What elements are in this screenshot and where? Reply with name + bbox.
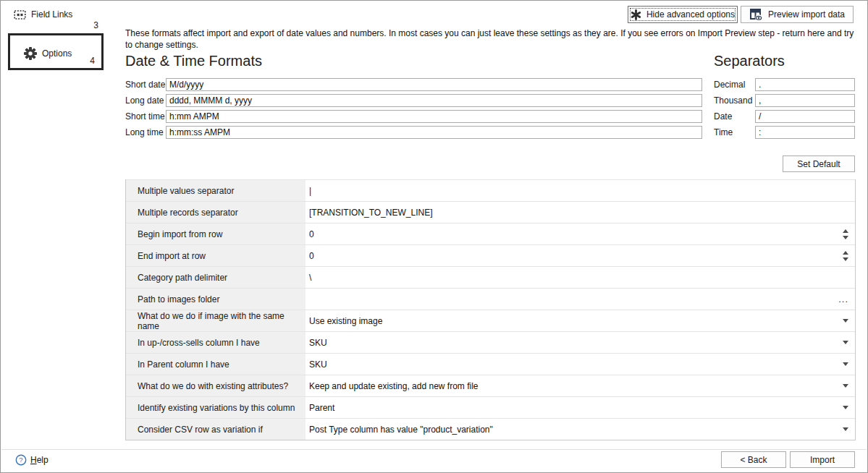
datetime-field-row: Long time <box>125 126 702 139</box>
option-value-text: SKU <box>309 359 327 370</box>
separators-heading: Separators <box>714 53 785 69</box>
option-value[interactable]: Post Type column has value "product_vari… <box>306 419 855 440</box>
datetime-fields-group: Short dateLong dateShort timeLong time <box>125 78 702 142</box>
dropdown-control <box>843 406 855 409</box>
separator-field-input[interactable] <box>755 110 855 123</box>
option-value-text: 0 <box>309 229 314 239</box>
option-value-text: Parent <box>309 403 334 413</box>
separator-field-input[interactable] <box>755 94 855 107</box>
option-label: Multiple records separator <box>126 202 306 223</box>
separator-field-label: Time <box>714 127 752 137</box>
separator-field-row: Time <box>714 126 855 139</box>
datetime-field-input[interactable] <box>166 110 702 123</box>
option-label: What do we do with existing attributes? <box>126 375 306 396</box>
datetime-field-row: Short date <box>125 78 702 91</box>
chevron-down-icon[interactable] <box>843 341 848 344</box>
advanced-options-table: Multiple values separator|Multiple recor… <box>125 179 856 440</box>
datetime-field-input[interactable] <box>166 94 702 107</box>
datetime-field-input[interactable] <box>166 78 702 91</box>
help-question-icon: ? <box>15 454 27 466</box>
back-button[interactable]: < Back <box>721 451 786 468</box>
option-label: In Parent column I have <box>126 354 306 375</box>
browse-control: ... <box>838 297 855 302</box>
option-label: Consider CSV row as variation if <box>126 419 306 440</box>
field-links-label: Field Links <box>31 9 72 20</box>
import-wizard-window: Field Links 3 Options 4 Hide advanced op… <box>0 0 868 473</box>
dropdown-control <box>843 319 855 323</box>
option-label: Path to images folder <box>126 289 306 310</box>
separator-field-row: Thousand <box>714 94 855 107</box>
option-row: Identify existing variations by this col… <box>126 396 855 418</box>
option-value[interactable]: \ <box>306 267 855 288</box>
option-label: Multiple values separator <box>126 180 306 201</box>
datetime-field-label: Short date <box>125 80 162 90</box>
asterisk-icon <box>631 9 641 20</box>
option-row: Multiple records separator[TRANSITION_TO… <box>126 201 855 223</box>
datetime-field-row: Short time <box>125 110 702 123</box>
spinner-up-icon[interactable] <box>843 251 848 255</box>
dropdown-control <box>843 427 855 431</box>
option-value[interactable]: ... <box>306 289 855 310</box>
preview-import-data-label: Preview import data <box>768 9 845 20</box>
chevron-down-icon[interactable] <box>843 406 848 409</box>
option-row: Multiple values separator| <box>126 179 855 201</box>
separator-field-label: Decimal <box>714 80 752 90</box>
hide-advanced-options-button[interactable]: Hide advanced options <box>628 6 738 23</box>
field-links-step-number: 3 <box>88 20 98 30</box>
dropdown-control <box>843 341 855 344</box>
option-value[interactable]: SKU <box>306 354 855 375</box>
footer-divider <box>1 449 867 450</box>
sidebar-item-options[interactable]: Options 4 <box>8 33 104 70</box>
preview-import-data-button[interactable]: Preview import data <box>741 6 854 23</box>
option-value-text: \ <box>309 273 311 283</box>
option-label: Category path delimiter <box>126 267 306 288</box>
chevron-down-icon[interactable] <box>843 427 848 431</box>
option-value[interactable]: [TRANSITION_TO_NEW_LINE] <box>306 202 855 223</box>
chevron-down-icon[interactable] <box>843 319 848 323</box>
option-value-text: Use existing image <box>309 316 382 326</box>
option-row: In Parent column I haveSKU <box>126 353 855 375</box>
option-row: Category path delimiter\ <box>126 266 855 288</box>
options-label: Options <box>42 48 72 59</box>
datetime-field-row: Long date <box>125 94 702 107</box>
option-row: Begin import from row0 <box>126 223 855 244</box>
option-value[interactable]: Parent <box>306 397 855 418</box>
help-button[interactable]: ? Help <box>15 454 49 466</box>
spinner-down-icon[interactable] <box>843 236 848 239</box>
spinner-control <box>843 229 855 239</box>
option-row: What do we do with existing attributes?K… <box>126 375 855 396</box>
field-links-icon <box>14 9 26 21</box>
browse-ellipsis-button[interactable]: ... <box>838 297 848 302</box>
option-row: In up-/cross-sells column I haveSKU <box>126 331 855 353</box>
separator-field-label: Thousand <box>714 95 752 106</box>
spinner-up-icon[interactable] <box>843 229 848 233</box>
option-label: What do we do if image with the same nam… <box>126 310 306 331</box>
sidebar-item-field-links[interactable]: Field Links <box>14 7 72 22</box>
datetime-field-input[interactable] <box>166 126 702 139</box>
set-default-button[interactable]: Set Default <box>783 155 855 172</box>
svg-text:?: ? <box>19 456 22 464</box>
option-value[interactable]: SKU <box>306 332 855 353</box>
option-value[interactable]: Keep and update existing, add new from f… <box>306 375 855 396</box>
spinner-down-icon[interactable] <box>843 257 848 261</box>
option-value[interactable]: 0 <box>306 245 855 266</box>
separator-field-input[interactable] <box>755 126 855 139</box>
option-value-text: Keep and update existing, add new from f… <box>309 381 478 391</box>
dropdown-control <box>843 384 855 388</box>
option-row: Path to images folder... <box>126 288 855 310</box>
option-row: End import at row0 <box>126 244 855 266</box>
options-step-number: 4 <box>90 56 95 66</box>
option-value-text: SKU <box>309 338 327 348</box>
option-label: End import at row <box>126 245 306 266</box>
separator-field-input[interactable] <box>755 78 855 91</box>
option-value[interactable]: 0 <box>306 223 855 244</box>
chevron-down-icon[interactable] <box>843 384 848 388</box>
option-value[interactable]: Use existing image <box>306 310 855 331</box>
import-button[interactable]: Import <box>790 451 855 468</box>
hide-advanced-options-label: Hide advanced options <box>646 9 735 20</box>
datetime-field-label: Long date <box>125 95 162 106</box>
gear-icon <box>23 46 38 61</box>
chevron-down-icon[interactable] <box>843 362 848 366</box>
option-value[interactable]: | <box>306 180 855 201</box>
separator-field-row: Decimal <box>714 78 855 91</box>
